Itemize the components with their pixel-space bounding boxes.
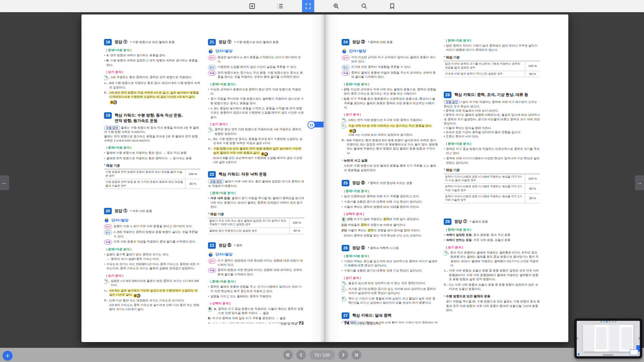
bullet-text: 수증기를 포함한 공기의 대류에 의해 기상 현상이 일어난다. (344, 269, 422, 273)
problem-number-badge: 22 (208, 171, 216, 178)
thumbnail-screen (577, 321, 640, 356)
problem-header: 19핵심 키워드: 수평 방향, 등속 직선 운동,연직 방향, 등가속도 운동 (104, 112, 200, 124)
choice-text: 목이 긴 기린이 다른 동물에 비해 심장이 크고 혈압이 높은 것은 중력(㉠… (348, 297, 438, 305)
choice-text: C는 자유 낙하 운동과 포물선 운동 중 운동 방향이 일정하지 않은 것이므… (449, 283, 540, 292)
section-label: | 선택지 분석 | (208, 301, 304, 306)
bottom-pagination-bar: 73 / 120 (0, 348, 644, 362)
clue-line: 단서질량이 다른 A, B가 자유 낙하 운동을 한다고 제시되어 있다. (104, 224, 200, 229)
bullet-dot: • (444, 156, 445, 165)
bullet-text: 공기 저항을 무시하면 수평 방향으로는 알짜힘이 작용하지 않으므로 수평 방… (210, 97, 304, 106)
problem-header: 22핵심 키워드: 자유 낙하 운동 (208, 171, 304, 178)
choice-item: ㄷ.B에 작용하는 힘의 방향과 B의 운동 방향이 같다면 B의 속력은 증가… (342, 138, 438, 156)
first-page-button[interactable] (283, 350, 293, 360)
bullet-text: 물체에 연직 방향으로 작용하는 힘은 중력이다. → 등가속도 운동 (106, 156, 192, 161)
rubric-percent: 100 % (185, 169, 201, 179)
bullet-text: (나): 지구 주위를 등속 원운동하는 인공위성의 운동으로, 행성이나 별 … (344, 97, 438, 110)
next-spread-arrow[interactable]: → (635, 175, 644, 190)
paragraph: 따라서 중력의 영향을 받는 자연 현상은 (가), (나), (다)이다. (342, 234, 438, 238)
clue-tag: 적용 (342, 71, 350, 76)
bullet-dot: • (104, 59, 105, 67)
model-answer-badge: 모범 답안 (104, 126, 120, 130)
page-indicator[interactable]: 73 / 120 (309, 350, 335, 360)
choice-marker: ㄷ. (104, 299, 108, 311)
rubric-table: 중력이 지구시스템과 생명 시스템에 작용하는 현상을 각각 3가지 이상 옳게… (444, 174, 540, 203)
toc-button[interactable] (274, 0, 286, 12)
left-page-column-1: 18정답 ① * 수평 방향으로 던진 물체의 운동| 문제+자료 분석 |•A… (104, 36, 200, 323)
clue-tag: 단서 (208, 259, 216, 264)
last-page-button[interactable] (352, 350, 361, 360)
clue-ideation-heading: 단서+발상 (208, 252, 304, 257)
clue-line: 적용중력이 물체의 운동에 어떻게 영향을 주는지 파악하는 것부터 문제 풀이… (342, 71, 438, 79)
clue-line: 적용중력의 방향과 자연 현상에 미치는 영향에 대해 파악하는 것부터 문제 … (208, 268, 304, 277)
fullscreen-button[interactable] (302, 0, 314, 12)
bullet-dot: • (342, 259, 343, 268)
bullet-text: 가속도의 크기는 속도 변화량/시간 이다. 중력 가속도는 중력에 의한 가속… (106, 262, 200, 271)
answer-title: 정답 ① (115, 209, 127, 213)
bullet-text: 기체와 액체는 온도별 밀도차에 따라 상대적으로 중력의 차이가 발생하기 때… (344, 259, 438, 268)
bullet-text: 중력은 지구 중심 방향으로 작용하는 만유인력으로 중력의 크기를 무게라고 … (446, 147, 540, 156)
clue-ideation-heading: 단서+발상 (208, 48, 304, 54)
choice-marker: ㄱ. (342, 281, 347, 286)
rubric-table: 달과 지구의 중력의 크기를 비교하여 기체에 작용하는 중력의 영향을 옳게 … (444, 61, 540, 77)
answer-title: 핵심 키워드: 수평 방향, 등속 직선 운동,연직 방향, 등가속도 운동 (115, 113, 183, 123)
analysis-bullet: •자유 낙하 운동: 물체가 공기 저항을 무시할 때, 물체가 중력만을 받으… (208, 196, 304, 209)
zoom-in-button[interactable] (330, 0, 342, 12)
analysis-bullet: •기체와 액체는 온도별 밀도차에 따라 상대적으로 중력의 차이가 발생하기 … (342, 259, 438, 268)
rubric-row: 달과 지구의 중력의 크기를 비교하여 기체에 작용하는 중력의 영향을 옳게 … (444, 61, 540, 71)
bullet-text: 질량을 가지고 있는 물체에는 중력이 작용한다. (210, 294, 272, 299)
prev-spread-arrow[interactable]: ← (0, 175, 9, 190)
section-label: | 문제+자료 분석 | (104, 48, 200, 52)
choice-text: 자유 낙하 운동과 포물선 운동 중 운동 방향이 일정한 것은 자유 낙하 운… (449, 269, 540, 282)
analysis-bullet: •질량이 클수록 물체가 받는 중력의 크기는 크다.→ ‘중력의 크기=질량×… (104, 253, 200, 261)
choice-marker: ㄴ. (104, 289, 108, 298)
right-page-footer: 74자이스토리 통합과학1 (343, 320, 381, 326)
thumbnail-preview[interactable] (574, 319, 642, 358)
bullet-text: 물체에 수평 방향으로 작용하는 힘은 없다. → 등속 직선 운동 (106, 151, 186, 155)
bullet-text: 달은 중력이 작아서 기체가 달의 중력에서 쉽게 벗어나 우주로 날아가 버리… (446, 44, 540, 52)
section-label: | 문제+자료 분석 | (342, 254, 438, 258)
analysis-bullet: •중력은 지구 중심 방향으로 작용하는 만유인력으로 중력의 크기를 무게라고… (444, 147, 540, 156)
bullet-text: A, B는 동일한 높이에서 운동을 시작하고, 운동을 시작할 때 연직 방향… (210, 107, 304, 119)
clue-tag: 발상 (104, 230, 112, 235)
prev-page-button[interactable] (296, 350, 306, 360)
clue-text: A, B에 작용하는 중력의 방향과 운동 방향이 같다는 것을 추론할 수 있… (114, 230, 200, 239)
clue-line: 적용자유 낙하 운동의 개념을 적용해서 문제 풀이를 시작해야 한다. (104, 240, 200, 245)
bullet-dot: • (208, 88, 209, 96)
choice-item: ㄷ.수평 방향으로 던진 물체의 연직 방향 운동은 같은 높이에서 가만히 놓… (208, 147, 304, 165)
bullet-dot: • (104, 253, 105, 261)
bullet-dot: • (104, 156, 105, 161)
search-button[interactable] (358, 0, 370, 12)
choice-marker: ㄴ. (104, 81, 108, 90)
download-button[interactable] (246, 0, 258, 12)
choice-item: ㄷ.목이 긴 기린이 다른 동물에 비해 심장이 크고 혈압이 높은 것은 중력… (342, 297, 438, 305)
problem-number-badge: 26 (342, 245, 349, 251)
choice-text: 수평 방향으로 던진 물체의 연직 방향 운동은 같은 높이에서 가만히 놓은 … (213, 147, 304, 165)
choice-marker: A. (214, 307, 217, 316)
analysis-bullet: •수증기를 포함한 공기의 대류에 의해 기상 현상이 일어난다. (342, 269, 438, 273)
next-page-button[interactable] (338, 350, 348, 360)
chapter-tab[interactable]: 11 (308, 121, 324, 128)
rubric-criteria: 지구에 비해 달의 중력이 작다고만 설명한 경우 (444, 71, 525, 77)
choice-text: 등속 직선 운동하는 물체에 작용하는 알짜힘은 0이다. 하지만 등속 원운동… (450, 251, 540, 268)
bookmark-button[interactable] (386, 0, 398, 12)
bullet-dot: • (342, 269, 343, 273)
answer-title: 정답 ⑤ (352, 246, 365, 250)
bullet-text: A: 연직 방향의 속력이 증가하는 운동을 한다. (106, 53, 166, 58)
problem-number-badge: 24 (342, 39, 349, 45)
clue-text: 수평면에 도달할 때까지 걸린 시간이 같음을 추론할 수 있다. (218, 65, 297, 70)
clue-heading-label: 단서+발상 (215, 252, 232, 257)
fullscreen-icon (305, 3, 311, 9)
add-button[interactable]: + (3, 351, 13, 361)
rubric-criteria: 수평 방향과 연직 방향 중 한 가지만 운동의 종류와 계산 과정을 옳게 서… (104, 179, 185, 189)
model-answer: 모범 답안 물체는 수평 방향으로 등속 직선 운동을 하므로 2초 후 물체의… (104, 126, 200, 143)
clue-tag: 단서 (342, 55, 350, 60)
rubric-row: 수평 방향과 연직 방향 중 한 가지만 운동의 종류와 계산 과정을 옳게 서… (104, 179, 200, 189)
rubric-row: 수평 방향과 연직 방향의 운동의 종류와 계산 과정을 옳게 서술한 경우10… (104, 169, 200, 179)
choice-item: B.지구의 중력에 의해 달은 지구 주위를 공전한다. → 옳음 (208, 316, 304, 320)
page-left: 18정답 ① * 수평 방향으로 던진 물체의 운동| 문제+자료 분석 |•A… (81, 14, 325, 342)
rubric-criteria: 중력이 지구시스템과 생명 시스템에 작용하는 현상을 각각 1가지만 서술한 … (444, 193, 525, 203)
zoom-in-icon (333, 3, 339, 9)
section-label: | 문제+자료 분석 | (104, 247, 200, 252)
choice-text: 지구의 중력에 의해 달은 지구 주위를 공전한다. → 옳음 (212, 316, 286, 320)
bullet-text: 달과 인공위성은 중력에 의해 지구 주위를 공전하고 있다. (344, 194, 420, 199)
